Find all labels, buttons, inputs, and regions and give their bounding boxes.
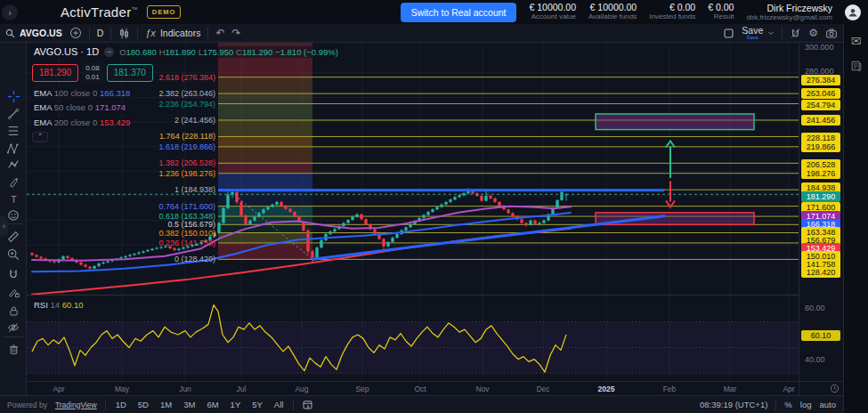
tradingview-link[interactable]: TradingView: [55, 401, 97, 409]
tool-trend-line[interactable]: [3, 107, 24, 121]
candle-body: [262, 209, 264, 213]
layout-button[interactable]: [723, 28, 734, 39]
add-symbol-button[interactable]: [69, 27, 82, 39]
rsi-panel[interactable]: [27, 295, 799, 381]
candle-body: [280, 202, 282, 206]
candle-body: [30, 253, 33, 255]
range-6m[interactable]: 6M: [205, 400, 220, 409]
indicators-button[interactable]: ƒx Indicators: [145, 28, 200, 38]
candle-body: [106, 261, 109, 262]
rsi-value-badge: 60.10: [801, 330, 840, 341]
plus-circle-icon: [69, 27, 82, 39]
news-icon[interactable]: [850, 60, 863, 72]
range-5y[interactable]: 5Y: [250, 400, 264, 409]
fib-band: [218, 163, 312, 173]
fib-level-label: 0.764 (171.600): [158, 202, 215, 211]
lock-icon: [8, 305, 20, 317]
buy-button[interactable]: 181.370: [107, 64, 153, 82]
range-1d[interactable]: 1D: [114, 400, 128, 409]
candle-body: [235, 192, 238, 202]
candle-body: [177, 249, 180, 250]
collapse-toolbar-handle[interactable]: ‹: [0, 216, 8, 236]
candle-body: [489, 196, 491, 198]
candle-body: [493, 198, 496, 202]
price-axis[interactable]: 300.000280.000276.384263.046254.794241.4…: [799, 43, 843, 395]
trend-line-icon: [7, 108, 20, 120]
candle-body: [386, 242, 389, 247]
price-badge: 241.456: [801, 115, 840, 126]
tool-hide-drawings[interactable]: [3, 320, 24, 335]
fib-level-label: 0 (128.420): [174, 255, 215, 263]
legend-collapse-button[interactable]: ⌃: [32, 132, 48, 142]
time-axis[interactable]: AprMayJunJulAugSepOctNovDec2025FebMarApr: [27, 381, 799, 395]
tool-text[interactable]: T: [3, 192, 24, 206]
clock-label[interactable]: 08:39:19 (UTC+1): [700, 400, 767, 409]
redo-button[interactable]: ↷: [231, 28, 240, 38]
sell-button[interactable]: 181.290: [32, 64, 78, 82]
range-1m[interactable]: 1M: [158, 400, 174, 409]
ema200-legend[interactable]: EMA 200 close 0 153.429: [32, 117, 132, 128]
tool-draw-lock[interactable]: [3, 285, 24, 299]
screenshot-button[interactable]: [825, 28, 838, 39]
symbol-search[interactable]: AVGO.US: [5, 28, 62, 38]
switch-to-real-button[interactable]: Switch to Real account: [401, 3, 517, 22]
time-axis-label: 2025: [598, 385, 615, 393]
undo-icon: ↶: [215, 28, 224, 38]
eye-slash-icon: [7, 321, 20, 334]
range-3m[interactable]: 3M: [182, 400, 197, 409]
collapse-legend-icon[interactable]: −: [104, 47, 114, 57]
tool-remove-drawings[interactable]: [3, 342, 24, 356]
avatar[interactable]: [845, 4, 861, 20]
rsi-legend[interactable]: RSI 14 60.10: [32, 299, 85, 311]
auto-scale-button[interactable]: auto: [820, 400, 837, 409]
candle-body: [520, 219, 523, 223]
range-5d[interactable]: 5D: [136, 400, 150, 409]
candle-body: [453, 197, 456, 199]
ohlc-values: O180.680 H181.890 L175.950 C181.290 −1.8…: [119, 48, 338, 57]
expand-menu-button[interactable]: ›: [2, 4, 18, 20]
candle-body: [422, 215, 425, 217]
tool-fib-retracement[interactable]: [3, 124, 24, 138]
candle-body: [61, 256, 64, 259]
candle-body: [458, 195, 460, 197]
mail-icon[interactable]: ✉: [851, 35, 862, 47]
axis-price-label: 300.000: [799, 43, 843, 52]
clock-icon[interactable]: [830, 384, 840, 393]
bottom-bar: Powered by TradingView 1D 5D 1M 3M 6M 1Y…: [0, 395, 843, 413]
candle-body: [244, 215, 247, 224]
go-to-date-icon[interactable]: [302, 399, 313, 410]
range-all[interactable]: All: [272, 400, 286, 409]
candle-body: [93, 266, 95, 269]
candle-body: [155, 248, 158, 249]
timeframe-button[interactable]: D: [97, 28, 104, 38]
candle-body: [66, 256, 69, 258]
tool-xabcd-pattern[interactable]: [3, 142, 24, 156]
range-1y[interactable]: 1Y: [229, 400, 243, 409]
zoom-in-icon: [7, 248, 20, 261]
symbol-title[interactable]: AVGO.US · 1D: [34, 47, 99, 57]
tool-magnet[interactable]: [3, 267, 24, 281]
tool-crosshair[interactable]: [3, 89, 24, 103]
tool-forecast[interactable]: [3, 158, 24, 172]
percent-scale-button[interactable]: %: [784, 400, 791, 409]
undo-button[interactable]: ↶: [215, 28, 224, 38]
chart-type-button[interactable]: [118, 28, 130, 39]
candle-body: [542, 221, 545, 223]
tool-brush[interactable]: [3, 174, 24, 189]
stat-invested-funds: € 0.00Invested funds: [649, 3, 695, 20]
magnet-mode-button[interactable]: [790, 28, 801, 39]
chart-settings-button[interactable]: ⚙: [808, 28, 818, 38]
fib-level-label: 0.236 (141.758): [158, 239, 215, 247]
ema50-legend[interactable]: EMA 50 close 0 171.074: [32, 102, 127, 113]
log-scale-button[interactable]: log: [800, 400, 812, 409]
candle-body: [333, 229, 336, 231]
chevron-down-icon: [767, 29, 775, 36]
candle-body: [266, 206, 269, 209]
ema100-legend[interactable]: EMA 100 close 0 166.318: [32, 88, 132, 99]
tool-lock-all[interactable]: [3, 304, 24, 318]
candle-body: [311, 251, 313, 257]
save-layout-button[interactable]: SaveSave: [742, 26, 775, 41]
time-axis-label: Jul: [237, 385, 247, 393]
tool-zoom-in[interactable]: [3, 247, 24, 262]
candle-body: [275, 202, 278, 205]
